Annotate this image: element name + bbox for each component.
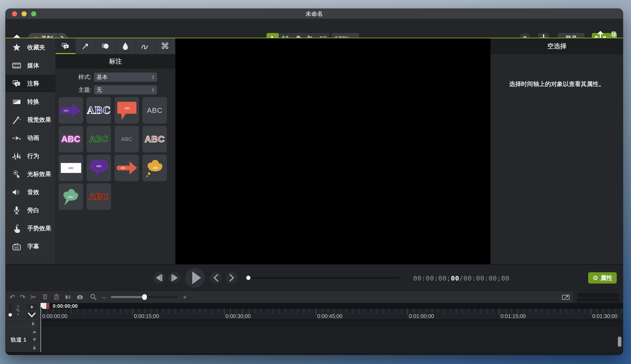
- global-track-row: [6, 320, 41, 327]
- timeline-zoom-slider-handle[interactable]: [142, 294, 147, 300]
- track-header[interactable]: 轨道 1: [6, 327, 41, 352]
- sidebar-item-visual-effects[interactable]: 视觉效果: [6, 111, 55, 129]
- sidebar-item-transitions[interactable]: 转换: [6, 92, 55, 111]
- chevron-down-icon: [26, 309, 38, 321]
- sidebar-item-audio-effects[interactable]: 音效: [6, 183, 55, 201]
- speaker-icon: [12, 188, 21, 197]
- tab-arrows[interactable]: [76, 38, 96, 54]
- timeline-zoom-in-button[interactable]: +: [181, 293, 189, 301]
- snapshot-button[interactable]: [76, 293, 84, 301]
- ruler-tick: [395, 309, 396, 314]
- vertical-scrollbar[interactable]: [618, 336, 621, 347]
- tab-shapes[interactable]: [96, 38, 116, 54]
- timeline-lanes[interactable]: [41, 320, 623, 355]
- horizontal-scrollbar[interactable]: [577, 298, 619, 302]
- film-icon: [12, 61, 21, 70]
- timeline-zoom-out-button[interactable]: –: [100, 293, 108, 301]
- sidebar-item-media[interactable]: 媒体: [6, 56, 55, 74]
- lock-icon[interactable]: [32, 345, 37, 350]
- track-lane[interactable]: [41, 328, 623, 352]
- ruler-tick: [114, 309, 114, 314]
- redo-button[interactable]: ↷: [19, 293, 27, 301]
- sidebar-item-gesture-effects[interactable]: 手势效果: [6, 219, 55, 237]
- callout-item-6-text[interactable]: ABC: [87, 126, 111, 152]
- callout-label: ABC: [89, 134, 109, 144]
- callout-item-3-speech-sharp[interactable]: ABC: [114, 97, 139, 124]
- sidebar-item-behaviors[interactable]: 行为: [6, 147, 55, 165]
- magnet-icon[interactable]: [32, 337, 37, 342]
- callout-item-4-text[interactable]: ABC: [142, 97, 167, 124]
- callout-item-1-arrow-flat[interactable]: ABC: [59, 97, 83, 124]
- play-button[interactable]: [185, 268, 205, 288]
- tab-callouts[interactable]: a: [56, 38, 76, 54]
- ruler-tick: [438, 309, 438, 314]
- paste-icon: [53, 294, 60, 300]
- style-dropdown[interactable]: 基本 ▲▼: [94, 72, 157, 82]
- ruler-tick: [377, 309, 377, 314]
- callout-item-8-text[interactable]: ABC: [142, 126, 167, 152]
- undo-button[interactable]: ↶: [9, 293, 17, 301]
- sidebar-item-animations[interactable]: 动画: [6, 129, 55, 147]
- playhead-grip[interactable]: [46, 303, 50, 309]
- callout-item-12-thought-cloud[interactable]: ABC: [142, 154, 167, 181]
- sidebar-item-captions[interactable]: CC字幕: [6, 237, 55, 256]
- chevron-right-icon: [226, 272, 238, 284]
- canvas-preview[interactable]: [175, 38, 491, 264]
- cut-button[interactable]: ✂: [30, 293, 38, 301]
- callout-label: ABC: [147, 106, 162, 114]
- horizontal-scrollbar[interactable]: [577, 293, 619, 297]
- ruler-tick: [511, 309, 512, 314]
- callout-item-2-text[interactable]: ABC: [87, 97, 111, 124]
- ruler-tick: [255, 309, 255, 314]
- previous-frame-button[interactable]: [153, 272, 165, 284]
- sidebar-item-annotations[interactable]: a注释: [6, 74, 55, 92]
- properties-button[interactable]: ⚙ 属性: [588, 272, 617, 284]
- callout-item-9-rect[interactable]: ABC: [59, 154, 83, 181]
- sidebar-item-voice-narration[interactable]: 旁白: [6, 201, 55, 219]
- ruler-tick: [621, 309, 622, 314]
- timeline-zoom-button[interactable]: [89, 293, 97, 301]
- ruler-tick: [340, 309, 341, 314]
- next-clip-button[interactable]: [226, 272, 238, 284]
- scrubber-handle[interactable]: [246, 276, 251, 280]
- ruler-tick: [419, 309, 420, 314]
- tab-keystrokes[interactable]: ⌘: [155, 38, 175, 54]
- playhead-line[interactable]: [41, 303, 41, 352]
- scrubber-track[interactable]: [248, 277, 400, 279]
- track-height-slider-handle[interactable]: [9, 313, 12, 316]
- timeline-zoom-slider-fill: [111, 296, 144, 298]
- tab-blur[interactable]: [116, 38, 136, 54]
- paste-button[interactable]: [53, 293, 61, 301]
- callout-item-13-cloud-speech[interactable]: ABC: [59, 183, 83, 210]
- tab-sketch[interactable]: [135, 38, 155, 54]
- sidebar-item-favorites[interactable]: 收藏夹: [6, 38, 55, 56]
- ruler-tick: [359, 309, 359, 314]
- ruler-tick: [230, 309, 231, 314]
- arrow-down-icon[interactable]: ▼: [17, 313, 20, 316]
- play-icon: [185, 268, 205, 288]
- split-button[interactable]: [64, 293, 72, 301]
- copy-button[interactable]: [41, 293, 49, 301]
- ruler-tick: [450, 309, 451, 314]
- playhead-strip[interactable]: 0:00:00;00: [41, 303, 623, 309]
- next-frame-button[interactable]: [168, 272, 180, 284]
- arrow-up-icon[interactable]: ▲: [17, 304, 20, 308]
- collapse-tracks-button[interactable]: [26, 312, 38, 319]
- ruler-tick: [456, 309, 457, 314]
- timeline-ruler[interactable]: 0:00:00;000:00:15;000:00:30;000:00:45;00…: [41, 309, 623, 320]
- ruler-tick: [322, 309, 322, 314]
- lock-icon[interactable]: [31, 321, 35, 326]
- callout-item-5-text[interactable]: ABC: [59, 126, 83, 152]
- callout-item-10-speech-round[interactable]: ABC: [87, 154, 111, 181]
- sidebar-item-cursor-effects[interactable]: 光标效果: [6, 165, 55, 183]
- detach-timeline-button[interactable]: [561, 293, 570, 302]
- previous-clip-button[interactable]: [210, 272, 222, 284]
- callout-item-14-text[interactable]: ABC: [87, 183, 111, 210]
- theme-dropdown[interactable]: 无 ▲▼: [94, 85, 157, 94]
- gutter-zoom-controls: ▲ ▼: [16, 304, 21, 316]
- callout-item-11-arrow-round[interactable]: ABC: [114, 154, 139, 181]
- main-area: 收藏夹媒体a注释转换视觉效果动画行为光标效果音效旁白手势效果CC字幕 a⌘ 标注…: [6, 38, 623, 264]
- callout-item-7-text[interactable]: ABC: [114, 126, 139, 152]
- eye-icon[interactable]: [32, 330, 37, 334]
- ruler-tick: [548, 309, 548, 314]
